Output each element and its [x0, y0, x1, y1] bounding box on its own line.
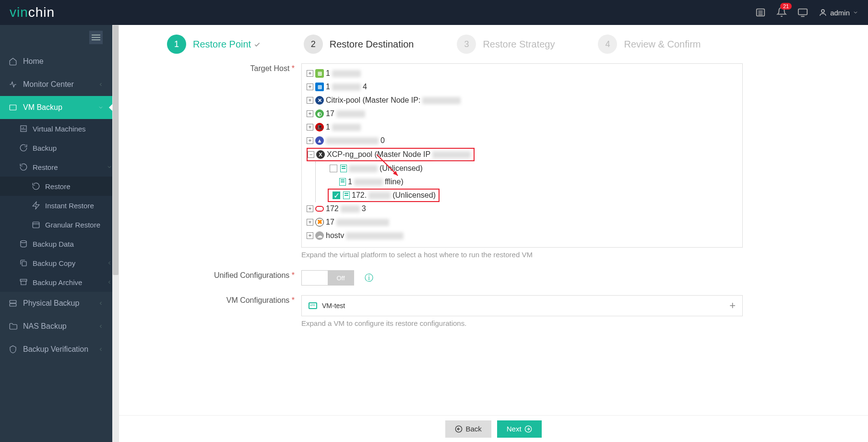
back-button[interactable]: Back: [445, 420, 491, 438]
tree-child-3-highlighted[interactable]: ✓172.(Unlicensed): [328, 189, 440, 202]
tree-node-nutanix[interactable]: +✖17: [307, 215, 737, 229]
svg-rect-16: [33, 222, 39, 228]
sidebar-item-nas-backup[interactable]: NAS Backup: [0, 315, 112, 338]
sidebar-toggle[interactable]: [89, 31, 103, 44]
sidebar-item-monitor[interactable]: Monitor Center: [0, 73, 112, 96]
step-4: 4Review & Confirm: [598, 35, 701, 54]
main-content: 1 Restore Point 2Restore Destination 3Re…: [119, 25, 868, 442]
archive-icon: [19, 278, 28, 287]
svg-rect-20: [20, 279, 27, 281]
brand-logo: vinchin: [10, 5, 55, 20]
oracle-icon: [315, 206, 324, 212]
wizard-footer: Back Next: [119, 415, 868, 442]
step-3: 3Restore Strategy: [457, 35, 555, 54]
checkbox[interactable]: [330, 165, 337, 172]
sidebar-sub-backup-archive[interactable]: Backup Archive: [0, 273, 112, 292]
folder-icon: [9, 322, 17, 331]
database-icon: [19, 239, 28, 248]
tree-node-oracle[interactable]: +1723: [307, 202, 737, 215]
sidebar-sub-backup[interactable]: Backup: [0, 138, 112, 157]
wizard-steps: 1 Restore Point 2Restore Destination 3Re…: [167, 35, 849, 54]
sidebar-sub-instant-restore[interactable]: Instant Restore: [0, 196, 112, 215]
tree-node-xcpng-highlighted[interactable]: −XXCP-ng_pool (Master Node IP: [307, 148, 475, 161]
target-host-tree: +⊞1 +⊞14 +✕Citrix-pool (Master Node IP: …: [301, 63, 743, 248]
chevron-left-icon: [107, 279, 112, 285]
arrow-left-icon: [455, 425, 463, 433]
chevron-down-icon: [98, 105, 104, 110]
refresh-icon: [19, 143, 28, 152]
sidebar-item-home[interactable]: Home: [0, 50, 112, 73]
host-icon: [340, 165, 347, 172]
vm-config-row[interactable]: VM-test +: [301, 295, 743, 316]
zap-icon: [32, 201, 40, 210]
sidebar-item-physical-backup[interactable]: Physical Backup: [0, 292, 112, 315]
user-name-label: admin: [830, 9, 850, 17]
sidebar-sub-backup-copy[interactable]: Backup Copy: [0, 253, 112, 273]
notifications-button[interactable]: 21: [776, 7, 787, 19]
vm-config-hint: Expand a VM to configure its restore con…: [301, 319, 743, 327]
host-icon: [339, 178, 346, 186]
chevron-down-icon: [853, 10, 858, 15]
target-host-hint: Expand the virtual platform to select a …: [301, 251, 743, 259]
activity-icon: [9, 80, 17, 89]
check-icon: [254, 41, 261, 48]
chart-icon: [19, 124, 28, 133]
vm-test-icon: [309, 302, 317, 309]
tree-node-windows[interactable]: +⊞14: [307, 80, 737, 94]
sidebar-sub-restore[interactable]: Restore: [0, 157, 112, 177]
tree-node-redhat[interactable]: +🎩1: [307, 120, 737, 134]
list-icon[interactable]: [755, 7, 766, 18]
sidebar-sub-restore-restore[interactable]: Restore: [0, 177, 112, 196]
chevron-down-icon: [107, 164, 112, 170]
arrow-right-icon: [524, 425, 532, 433]
notification-badge: 21: [780, 3, 792, 10]
chevron-left-icon: [107, 260, 112, 266]
unified-config-label: Unified Configurations: [138, 270, 301, 286]
app-header: vinchin 21 admin: [0, 0, 868, 25]
tree-node-blue[interactable]: +▲0: [307, 134, 737, 147]
sidebar-sub-granular-restore[interactable]: Granular Restore: [0, 215, 112, 234]
expand-vm-config[interactable]: +: [729, 299, 736, 312]
svg-rect-21: [10, 300, 16, 303]
sidebar-sub-virtual-machines[interactable]: Virtual Machines: [0, 119, 112, 138]
sidebar: Home Monitor Center VM Backup Virtual Ma…: [0, 25, 112, 442]
history-icon: [19, 163, 28, 171]
vm-config-label: VM Configurations: [138, 295, 301, 327]
svg-point-6: [821, 10, 824, 12]
sidebar-item-backup-verification[interactable]: Backup Verification: [0, 338, 112, 361]
vm-icon: [9, 103, 17, 112]
info-icon[interactable]: ⓘ: [365, 272, 373, 284]
svg-rect-22: [10, 304, 16, 306]
monitor-icon[interactable]: [797, 7, 808, 18]
svg-rect-10: [10, 105, 16, 110]
history-icon: [32, 182, 40, 191]
user-menu[interactable]: admin: [819, 8, 858, 17]
scrollbar-track[interactable]: [112, 25, 119, 442]
tree-node-vmware[interactable]: +⊞1: [307, 67, 737, 80]
svg-marker-15: [33, 202, 39, 209]
tree-child-1[interactable]: (Unlicensed): [319, 162, 737, 175]
shield-icon: [9, 345, 17, 354]
checkbox-checked[interactable]: ✓: [333, 191, 340, 199]
tree-node-citrix[interactable]: +✕Citrix-pool (Master Node IP:: [307, 94, 737, 107]
home-icon: [9, 57, 17, 66]
server-icon: [9, 299, 17, 308]
calendar-icon: [32, 220, 40, 229]
tree-child-2[interactable]: 1ffline): [319, 175, 737, 189]
svg-rect-4: [798, 9, 807, 15]
unified-config-toggle[interactable]: Off: [301, 270, 354, 286]
next-button[interactable]: Next: [497, 420, 542, 438]
vm-name: VM-test: [322, 302, 345, 310]
host-icon: [343, 191, 350, 199]
step-2[interactable]: 2Restore Destination: [304, 35, 414, 54]
tree-node-hostv[interactable]: +☁hostv: [307, 229, 737, 242]
chevron-left-icon: [98, 300, 104, 306]
step-1[interactable]: 1 Restore Point: [167, 35, 261, 54]
sidebar-sub-backup-data[interactable]: Backup Data: [0, 234, 112, 253]
tree-node-green[interactable]: +◐17: [307, 107, 737, 120]
chevron-left-icon: [98, 323, 104, 329]
scrollbar-thumb[interactable]: [113, 25, 119, 275]
svg-point-18: [21, 240, 26, 243]
sidebar-item-vm-backup[interactable]: VM Backup: [0, 96, 112, 119]
target-host-label: Target Host: [138, 63, 301, 259]
